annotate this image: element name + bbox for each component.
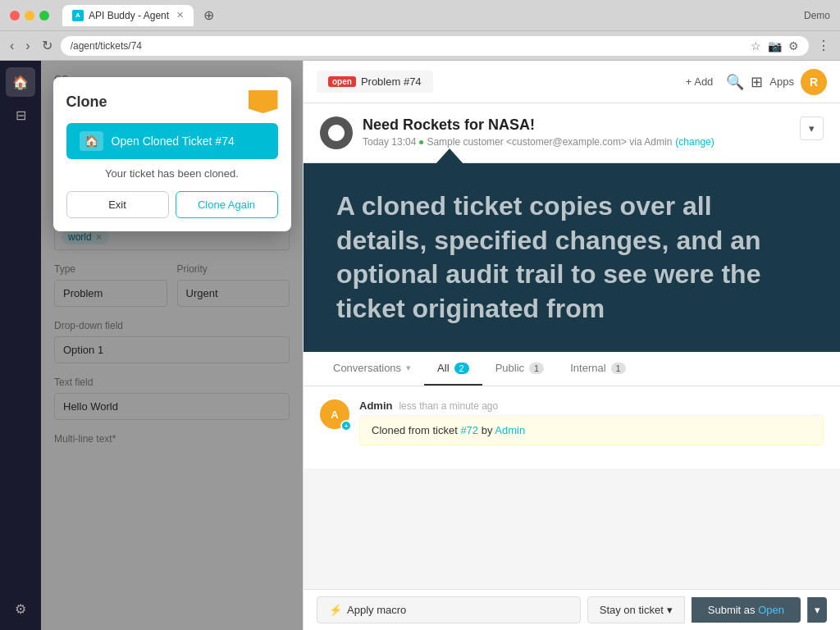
- clone-banner-icon: [249, 90, 278, 113]
- open-cloned-ticket-label: Open Cloned Ticket #74: [112, 135, 235, 148]
- cloned-text-by: by: [478, 424, 495, 436]
- demo-label: Demo: [804, 10, 830, 21]
- refresh-button[interactable]: ↻: [39, 36, 56, 55]
- tab-all[interactable]: All 2: [424, 352, 482, 386]
- public-tab-label: Public: [495, 362, 524, 374]
- open-cloned-ticket-button[interactable]: 🏠 Open Cloned Ticket #74: [66, 123, 278, 159]
- app-container: 🏠 ⊟ ⚙ Clone 🏠 Open Cloned Ticket #74 You…: [0, 61, 840, 630]
- cloned-text-prefix: Cloned from ticket: [372, 424, 460, 436]
- overlay-arrow: [435, 148, 464, 165]
- tab-title: API Buddy - Agent: [89, 10, 169, 21]
- apply-macro-button[interactable]: ⚡ Apply macro: [317, 596, 581, 623]
- info-overlay: A cloned ticket copies over all details,…: [304, 163, 840, 352]
- ticket-title: Need Rockets for NASA!: [363, 116, 790, 134]
- stay-on-ticket-button[interactable]: Stay on ticket ▾: [587, 596, 685, 623]
- clone-again-button[interactable]: Clone Again: [176, 191, 278, 218]
- user-avatar-button[interactable]: R: [801, 69, 827, 95]
- public-tab-badge: 1: [529, 363, 544, 374]
- message-avatar: A +: [320, 399, 349, 429]
- status-dot-icon: [419, 140, 423, 144]
- address-bar[interactable]: /agent/tickets/74 ☆ 📷 ⚙: [61, 36, 809, 56]
- header-tabs: open Problem #74: [317, 71, 433, 93]
- tab-problem-74[interactable]: open Problem #74: [317, 71, 433, 93]
- tab-internal[interactable]: Internal 1: [557, 352, 639, 386]
- add-button[interactable]: + Add: [686, 75, 714, 88]
- back-button[interactable]: ‹: [7, 37, 17, 55]
- tab-close-icon[interactable]: ✕: [176, 10, 184, 21]
- ticket-customer: Sample customer <customer@example.com> v…: [427, 136, 672, 148]
- clone-modal-header: Clone: [66, 90, 278, 113]
- clone-modal: Clone 🏠 Open Cloned Ticket #74 Your tick…: [53, 77, 291, 231]
- message-author: Admin: [359, 399, 392, 412]
- clone-modal-overlay: Clone 🏠 Open Cloned Ticket #74 Your tick…: [41, 61, 303, 630]
- more-options-button[interactable]: ⋮: [814, 36, 833, 55]
- ticket-header: Need Rockets for NASA! Today 13:04 Sampl…: [304, 103, 840, 163]
- header-right-actions: 🔍 ⊞ Apps R: [726, 69, 827, 95]
- ticket-link[interactable]: #72: [460, 424, 478, 436]
- conversations-tab-dropdown-icon: ▾: [406, 363, 411, 373]
- bookmark-icon: ☆: [751, 39, 761, 52]
- ticket-sender-avatar: [320, 116, 353, 149]
- extensions-icon: ⚙: [788, 39, 799, 52]
- search-button[interactable]: 🔍: [726, 73, 744, 91]
- author-link[interactable]: Admin: [495, 424, 525, 436]
- tab-favicon-icon: A: [72, 10, 84, 21]
- apps-label[interactable]: Apps: [769, 75, 794, 88]
- open-badge: open: [328, 76, 356, 87]
- address-bar-row: ‹ › ↻ /agent/tickets/74 ☆ 📷 ⚙ ⋮: [0, 31, 840, 61]
- overlay-text: A cloned ticket copies over all details,…: [336, 191, 761, 323]
- maximize-traffic-light[interactable]: [39, 11, 49, 21]
- submit-as-open-button[interactable]: Submit as Open: [692, 597, 801, 623]
- clone-modal-actions: Exit Clone Again: [66, 191, 278, 218]
- macro-icon: ⚡: [329, 604, 342, 616]
- main-content: open Problem #74 + Add 🔍 ⊞ Apps R Need R…: [304, 61, 840, 630]
- address-bar-icons: ☆ 📷 ⚙: [751, 39, 799, 52]
- message-item: A + Admin less than a minute ago Cloned …: [320, 399, 824, 445]
- conversation-tabs: Conversations ▾ All 2 Public 1 Internal …: [304, 352, 840, 386]
- new-tab-button[interactable]: ⊕: [200, 7, 217, 23]
- url-text: /agent/tickets/74: [71, 40, 142, 52]
- side-panel: Clone 🏠 Open Cloned Ticket #74 Your tick…: [41, 61, 304, 630]
- tab-conversations[interactable]: Conversations ▾: [320, 352, 424, 386]
- conversations-tab-label: Conversations: [333, 362, 401, 374]
- clone-exit-button[interactable]: Exit: [66, 191, 169, 218]
- message-content: Admin less than a minute ago Cloned from…: [359, 399, 824, 445]
- sidebar-icon-rail: 🏠 ⊟ ⚙: [0, 61, 41, 630]
- messages-area: A + Admin less than a minute ago Cloned …: [304, 386, 840, 468]
- home-icon: 🏠: [80, 131, 103, 151]
- ticket-time: Today 13:04: [363, 136, 416, 148]
- grid-button[interactable]: ⊞: [751, 73, 763, 91]
- submit-split-button[interactable]: ▾: [807, 597, 827, 623]
- ticket-change-link[interactable]: (change): [675, 136, 714, 148]
- ticket-meta: Today 13:04 Sample customer <customer@ex…: [363, 136, 790, 148]
- browser-titlebar: A API Buddy - Agent ✕ ⊕ Demo: [0, 0, 840, 31]
- traffic-lights: [10, 11, 49, 21]
- stay-label: Stay on ticket: [600, 604, 664, 616]
- action-bar: ⚡ Apply macro Stay on ticket ▾ Submit as…: [304, 589, 840, 630]
- internal-tab-label: Internal: [570, 362, 605, 374]
- all-tab-label: All: [437, 362, 449, 374]
- stay-dropdown-icon: ▾: [667, 604, 673, 616]
- message-header: Admin less than a minute ago: [359, 399, 824, 412]
- tab-public[interactable]: Public 1: [482, 352, 558, 386]
- close-traffic-light[interactable]: [10, 11, 20, 21]
- ticket-tab-label: Problem #74: [361, 75, 422, 88]
- submit-label-prefix: Submit as: [708, 604, 758, 616]
- minimize-traffic-light[interactable]: [25, 11, 34, 21]
- clone-modal-title: Clone: [66, 94, 107, 111]
- message-body: Cloned from ticket #72 by Admin: [359, 415, 824, 445]
- sidebar-icon-home[interactable]: 🏠: [6, 67, 35, 97]
- camera-icon: 📷: [768, 39, 782, 52]
- sidebar-icon-settings[interactable]: ⚙: [6, 594, 35, 623]
- ticket-area: Need Rockets for NASA! Today 13:04 Sampl…: [304, 103, 840, 589]
- internal-tab-badge: 1: [611, 363, 626, 374]
- sidebar-icon-search[interactable]: ⊟: [6, 100, 35, 130]
- submit-status: Open: [758, 604, 784, 616]
- macro-label: Apply macro: [347, 604, 406, 616]
- app-header: open Problem #74 + Add 🔍 ⊞ Apps R: [304, 61, 840, 103]
- forward-button[interactable]: ›: [22, 37, 33, 55]
- message-avatar-sub-icon: +: [340, 420, 352, 431]
- ticket-info: Need Rockets for NASA! Today 13:04 Sampl…: [363, 116, 790, 148]
- ticket-dropdown-button[interactable]: ▾: [800, 116, 824, 140]
- browser-tab[interactable]: A API Buddy - Agent ✕: [62, 5, 194, 26]
